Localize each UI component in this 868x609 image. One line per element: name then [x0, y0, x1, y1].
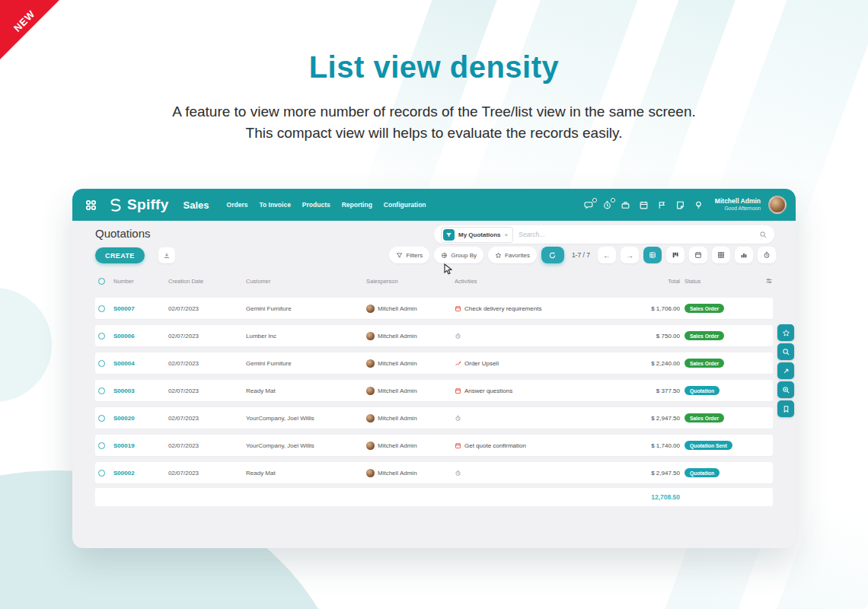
search-bar[interactable]: My Quotations ×: [434, 225, 774, 244]
user-name: Mitchell Admin: [715, 197, 761, 206]
activity-cell[interactable]: [455, 470, 616, 477]
pager-next-button[interactable]: →: [621, 247, 639, 263]
user-avatar[interactable]: [768, 196, 787, 214]
user-info[interactable]: Mitchell Admin Good Afternoon: [715, 197, 761, 212]
favorites-label: Favorites: [505, 252, 530, 259]
spiffy-logo[interactable]: Spiffy: [107, 196, 169, 213]
view-kanban-button[interactable]: [666, 247, 685, 263]
create-button[interactable]: CREATE: [95, 247, 145, 263]
module-name[interactable]: Sales: [183, 199, 209, 211]
density-toggle-button[interactable]: [541, 247, 564, 263]
facet-remove-icon[interactable]: ×: [505, 231, 509, 238]
pager-prev-button[interactable]: ←: [598, 247, 616, 263]
quotation-number-link[interactable]: S00002: [113, 470, 168, 477]
zoom-in-tool-button[interactable]: [777, 381, 794, 398]
favorites-button[interactable]: Favorites: [488, 247, 537, 263]
search-icon[interactable]: [759, 231, 767, 239]
breadcrumb[interactable]: Quotations: [95, 227, 151, 240]
salesperson-name: Mitchell Admin: [378, 442, 417, 449]
menu-item-to-invoice[interactable]: To Invoice: [259, 201, 290, 209]
salesperson-name: Mitchell Admin: [378, 415, 417, 422]
view-graph-button[interactable]: [735, 247, 753, 263]
brand-name: Spiffy: [127, 196, 169, 213]
view-list-button[interactable]: [643, 247, 662, 263]
enterprise-icon[interactable]: [621, 199, 631, 210]
select-all-checkbox[interactable]: [98, 278, 105, 285]
table-row[interactable]: S00003 02/07/2023 Ready Mat Mitchell Adm…: [95, 380, 773, 401]
table-row[interactable]: S00007 02/07/2023 Gemini Furniture Mitch…: [95, 298, 773, 319]
idea-bulb-icon[interactable]: [694, 199, 704, 210]
messages-icon[interactable]: [584, 199, 595, 210]
announcement-icon[interactable]: [657, 199, 668, 210]
table-row[interactable]: S00020 02/07/2023 YourCompany, Joel Will…: [95, 407, 773, 429]
row-checkbox[interactable]: [98, 333, 105, 340]
badge-dot: [611, 198, 615, 202]
quotation-number-link[interactable]: S00004: [113, 360, 168, 367]
activity-cell[interactable]: Order Upsell: [455, 360, 616, 367]
status-badge: Sales Order: [685, 413, 724, 422]
activity-calendar-icon: [455, 305, 461, 312]
bookmark-tool-button[interactable]: [777, 400, 794, 417]
notes-icon[interactable]: [675, 199, 686, 210]
quotation-number-link[interactable]: S00006: [113, 333, 168, 340]
calendar-icon[interactable]: [639, 199, 649, 210]
activity-cell[interactable]: Get quote confirmation: [455, 442, 616, 449]
table-row[interactable]: S00004 02/07/2023 Gemini Furniture Mitch…: [95, 352, 773, 374]
search-tool-button[interactable]: [777, 343, 794, 360]
quotation-number-link[interactable]: S00003: [113, 387, 168, 394]
favorites-star-icon: [495, 252, 502, 259]
status-badge: Quotation Sent: [685, 441, 732, 450]
activity-cell[interactable]: [455, 415, 616, 422]
col-number[interactable]: Number: [113, 278, 168, 285]
search-input[interactable]: [519, 231, 754, 238]
group-by-icon: [441, 252, 448, 259]
page-title: List view density: [0, 50, 868, 84]
row-checkbox[interactable]: [98, 442, 105, 449]
activity-calendar-icon: [455, 442, 461, 449]
table-footer: 12,708.50: [95, 488, 773, 506]
row-checkbox[interactable]: [98, 470, 105, 477]
activity-cell[interactable]: Answer questions: [455, 387, 616, 394]
col-activities[interactable]: Activities: [455, 278, 616, 285]
resize-tool-button[interactable]: [777, 362, 794, 379]
creation-date: 02/07/2023: [168, 415, 246, 422]
row-checkbox[interactable]: [98, 387, 105, 394]
column-settings-icon[interactable]: [756, 277, 773, 285]
export-download-button[interactable]: [158, 247, 175, 263]
view-activity-button[interactable]: [758, 247, 776, 263]
menu-item-products[interactable]: Products: [302, 201, 330, 209]
topbar-left: Spiffy Sales Orders To Invoice Products …: [72, 196, 584, 213]
view-pivot-button[interactable]: [712, 247, 730, 263]
activity-cell[interactable]: [455, 333, 616, 340]
table-row[interactable]: S00019 02/07/2023 YourCompany, Joel Will…: [95, 435, 773, 456]
row-checkbox[interactable]: [98, 360, 105, 367]
apps-grid-icon[interactable]: [84, 198, 97, 212]
menu-item-orders[interactable]: Orders: [227, 201, 248, 209]
table-row[interactable]: S00002 02/07/2023 Ready Mat Mitchell Adm…: [95, 462, 773, 483]
menu-item-configuration[interactable]: Configuration: [384, 201, 426, 209]
group-by-button[interactable]: Group By: [434, 247, 483, 263]
calendar-view-icon: [694, 251, 702, 259]
quotation-number-link[interactable]: S00019: [113, 442, 168, 449]
view-calendar-button[interactable]: [689, 247, 707, 263]
mouse-cursor: [444, 263, 452, 275]
activity-view-icon: [763, 251, 771, 259]
col-creation-date[interactable]: Creation Date: [168, 278, 246, 285]
col-total[interactable]: Total: [616, 278, 685, 285]
col-salesperson[interactable]: Salesperson: [366, 278, 455, 285]
salesperson-cell: Mitchell Admin: [366, 387, 455, 395]
quotation-number-link[interactable]: S00020: [113, 415, 168, 422]
table-row[interactable]: S00006 02/07/2023 Lumber Inc Mitchell Ad…: [95, 325, 773, 346]
activity-cell[interactable]: Check delivery requirements: [455, 305, 616, 312]
timer-icon[interactable]: [602, 199, 613, 210]
activity-label: Check delivery requirements: [464, 305, 541, 312]
col-customer[interactable]: Customer: [246, 278, 366, 285]
quotation-number-link[interactable]: S00007: [113, 305, 168, 312]
row-checkbox[interactable]: [98, 415, 105, 422]
col-status[interactable]: Status: [685, 278, 756, 285]
favorite-tool-button[interactable]: [777, 324, 794, 341]
filters-button[interactable]: Filters: [389, 247, 429, 263]
menu-item-reporting[interactable]: Reporting: [342, 201, 372, 209]
row-checkbox[interactable]: [98, 305, 105, 312]
filter-facet[interactable]: My Quotations ×: [441, 227, 513, 243]
